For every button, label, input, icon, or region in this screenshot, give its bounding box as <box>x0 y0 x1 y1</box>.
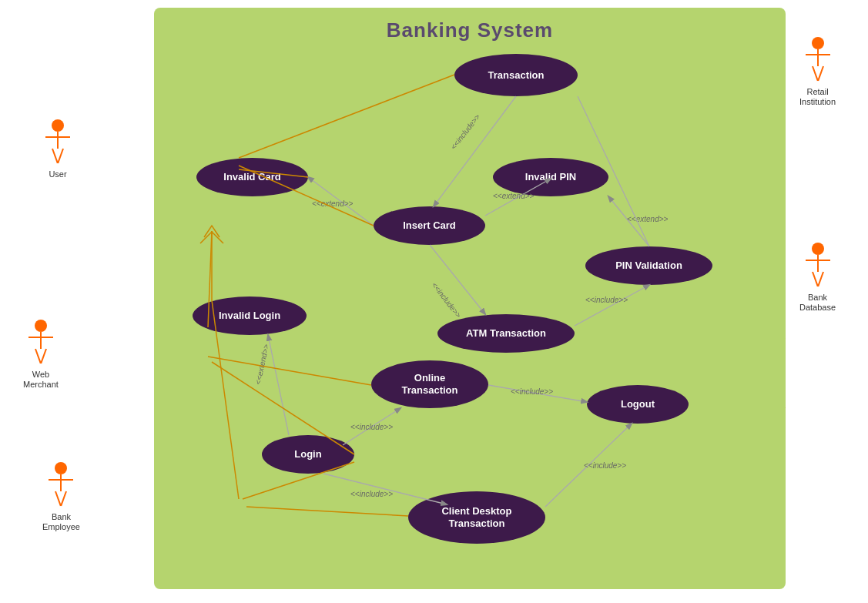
ellipse-atm-transaction: ATM Transaction <box>437 314 575 353</box>
main-container: Banking System Transaction Invalid Card … <box>0 0 868 603</box>
actor-user-leg-right <box>57 149 64 163</box>
diagram-title: Banking System <box>154 8 786 42</box>
ellipse-client-desktop: Client DesktopTransaction <box>408 491 545 544</box>
actor-bank-employee-leg-right <box>61 491 68 506</box>
actor-retail-label: RetailInstitution <box>799 87 836 107</box>
actor-bank-employee-arms <box>49 479 73 481</box>
actor-bank-employee: BankEmployee <box>42 462 80 532</box>
ellipse-online-transaction: OnlineTransaction <box>371 360 488 408</box>
actor-retail-institution: RetailInstitution <box>799 37 836 107</box>
actor-web-merchant-head <box>35 320 47 332</box>
ellipse-invalid-login: Invalid Login <box>193 296 307 335</box>
actor-user: User <box>42 119 73 179</box>
actor-bank-db-arms <box>806 260 830 261</box>
ellipse-insert-card: Insert Card <box>374 206 485 245</box>
actor-bank-database: BankDatabase <box>799 243 836 313</box>
diagram-area: Banking System Transaction Invalid Card … <box>154 8 786 589</box>
actor-bank-db-body <box>817 255 819 272</box>
ellipse-invalid-pin: Invalid PIN <box>493 158 608 196</box>
ellipse-invalid-card: Invalid Card <box>196 158 308 196</box>
actor-web-merchant-label: WebMerchant <box>23 370 59 390</box>
actor-web-merchant-arms <box>28 337 53 338</box>
ellipse-transaction: Transaction <box>454 54 578 96</box>
actor-web-merchant: WebMerchant <box>23 320 59 390</box>
ellipse-pin-validation: PIN Validation <box>585 246 712 285</box>
actor-user-head <box>52 119 64 132</box>
actor-user-arms <box>45 136 70 138</box>
actor-web-merchant-leg-right <box>40 349 47 363</box>
actor-retail-head <box>812 37 824 49</box>
actor-bank-employee-body <box>60 474 62 491</box>
ellipse-login: Login <box>262 435 354 474</box>
actor-bank-employee-head <box>55 462 67 474</box>
ellipse-logout: Logout <box>587 385 689 424</box>
actor-bank-db-head <box>812 243 824 255</box>
actor-retail-body <box>817 49 819 66</box>
actor-web-merchant-body <box>40 332 42 349</box>
actor-retail-arms <box>806 54 830 55</box>
actor-user-label: User <box>49 169 66 179</box>
actor-bank-employee-label: BankEmployee <box>42 512 80 532</box>
actor-retail-leg-right <box>817 66 824 81</box>
actor-user-body <box>57 132 59 149</box>
actor-bank-db-label: BankDatabase <box>799 293 836 313</box>
actor-bank-db-leg-right <box>817 272 824 286</box>
